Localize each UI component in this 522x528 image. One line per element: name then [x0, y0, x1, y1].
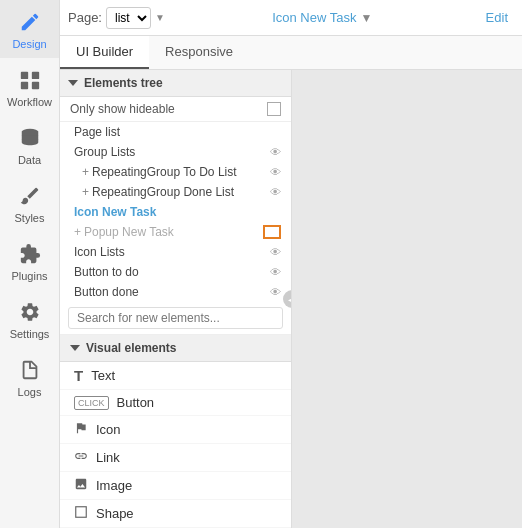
icon-type-icon — [74, 421, 88, 438]
eye-icon-repeating-todo: 👁 — [270, 166, 281, 178]
visual-item-link[interactable]: Link — [60, 444, 291, 472]
tree-item-label: Popup New Task — [84, 225, 174, 239]
show-hideable-checkbox[interactable] — [267, 102, 281, 116]
eye-icon-group-lists: 👁 — [270, 146, 281, 158]
sidebar-label-plugins: Plugins — [11, 270, 47, 282]
sidebar-item-plugins[interactable]: Plugins — [0, 232, 59, 290]
main-content-row: Elements tree Only show hideable Page li… — [60, 70, 522, 528]
visual-item-button-label: Button — [117, 395, 155, 410]
tree-item-label: RepeatingGroup To Do List — [92, 165, 237, 179]
tree-item-label: Button done — [74, 285, 139, 299]
elements-tree-toggle[interactable] — [68, 80, 78, 86]
tree-item-page-list[interactable]: Page list — [60, 122, 291, 142]
visual-item-icon-label: Icon — [96, 422, 121, 437]
visual-item-text[interactable]: T Text — [60, 362, 291, 390]
tree-item-label-area: + RepeatingGroup Done List — [82, 185, 234, 199]
page-dropdown[interactable]: list — [106, 7, 151, 29]
sidebar-label-logs: Logs — [18, 386, 42, 398]
elements-tree-label: Elements tree — [84, 76, 163, 90]
tree-item-button-todo[interactable]: Button to do 👁 — [60, 262, 291, 282]
design-icon — [16, 8, 44, 36]
link-type-icon — [74, 449, 88, 466]
tree-item-label: Icon New Task — [74, 205, 156, 219]
logs-icon — [16, 356, 44, 384]
sidebar-label-styles: Styles — [15, 212, 45, 224]
show-hideable-row: Only show hideable — [60, 97, 291, 122]
tab-responsive[interactable]: Responsive — [149, 36, 249, 69]
tree-item-icon-lists[interactable]: Icon Lists 👁 — [60, 242, 291, 262]
sidebar-item-settings[interactable]: Settings — [0, 290, 59, 348]
eye-icon-icon-lists: 👁 — [270, 246, 281, 258]
breadcrumb-text: Icon New Task — [272, 10, 356, 25]
tree-item-label: RepeatingGroup Done List — [92, 185, 234, 199]
tree-item-group-lists[interactable]: Group Lists 👁 — [60, 142, 291, 162]
text-type-icon: T — [74, 367, 83, 384]
visual-elements-header: Visual elements — [60, 335, 291, 362]
elements-panel: Elements tree Only show hideable Page li… — [60, 70, 292, 528]
eye-icon-button-todo: 👁 — [270, 266, 281, 278]
plus-icon: + — [82, 165, 89, 179]
button-type-icon: CLICK — [74, 396, 109, 410]
tree-item-label: Button to do — [74, 265, 139, 279]
tab-ui-builder[interactable]: UI Builder — [60, 36, 149, 69]
breadcrumb-area: Icon New Task ▼ — [165, 10, 480, 25]
svg-rect-2 — [20, 82, 27, 89]
sidebar-label-settings: Settings — [10, 328, 50, 340]
left-sidebar: Design Workflow Data Styles Plugins Sett… — [0, 0, 60, 528]
top-bar-right: Edit — [480, 8, 514, 27]
page-selector: Page: list ▼ — [68, 7, 165, 29]
orange-highlight-box — [263, 225, 281, 239]
panel-tabs: UI Builder Responsive — [60, 36, 522, 70]
sidebar-label-workflow: Workflow — [7, 96, 52, 108]
plus-icon: + — [74, 225, 81, 239]
top-bar: Page: list ▼ Icon New Task ▼ Edit — [60, 0, 522, 36]
edit-button[interactable]: Edit — [480, 8, 514, 27]
tree-item-label: Icon Lists — [74, 245, 125, 259]
canvas-area — [292, 70, 523, 528]
visual-item-link-label: Link — [96, 450, 120, 465]
styles-icon — [16, 182, 44, 210]
sidebar-item-logs[interactable]: Logs — [0, 348, 59, 406]
visual-item-icon[interactable]: Icon — [60, 416, 291, 444]
dropdown-arrow: ▼ — [155, 12, 165, 23]
sidebar-item-workflow[interactable]: Workflow — [0, 58, 59, 116]
tree-item-popup-new-task[interactable]: + Popup New Task — [60, 222, 291, 242]
workflow-icon — [16, 66, 44, 94]
page-label: Page: — [68, 10, 102, 25]
tree-item-repeating-todo[interactable]: + RepeatingGroup To Do List 👁 — [60, 162, 291, 182]
tree-item-label-area: + Popup New Task — [74, 225, 174, 239]
visual-item-image-label: Image — [96, 478, 132, 493]
visual-item-text-label: Text — [91, 368, 115, 383]
sidebar-label-data: Data — [18, 154, 41, 166]
svg-rect-3 — [31, 82, 38, 89]
tree-item-label-area: + RepeatingGroup To Do List — [82, 165, 237, 179]
shape-type-icon — [74, 505, 88, 522]
show-hideable-label: Only show hideable — [70, 102, 175, 116]
search-input[interactable] — [68, 307, 283, 329]
settings-icon — [16, 298, 44, 326]
visual-elements-toggle[interactable] — [70, 345, 80, 351]
tree-item-button-done[interactable]: Button done 👁 — [60, 282, 291, 302]
sidebar-item-data[interactable]: Data — [0, 116, 59, 174]
main-area: UI Builder Responsive Elements tree Only… — [60, 36, 522, 528]
breadcrumb-dropdown-arrow: ▼ — [360, 11, 372, 25]
sidebar-label-design: Design — [12, 38, 46, 50]
visual-elements-label: Visual elements — [86, 341, 177, 355]
tree-item-repeating-done[interactable]: + RepeatingGroup Done List 👁 — [60, 182, 291, 202]
image-type-icon — [74, 477, 88, 494]
visual-item-image[interactable]: Image — [60, 472, 291, 500]
visual-item-button[interactable]: CLICK Button — [60, 390, 291, 416]
eye-icon-button-done: 👁 — [270, 286, 281, 298]
sidebar-item-styles[interactable]: Styles — [0, 174, 59, 232]
sidebar-item-design[interactable]: Design — [0, 0, 59, 58]
tree-item-icon-new-task[interactable]: Icon New Task — [60, 202, 291, 222]
visual-item-shape[interactable]: Shape — [60, 500, 291, 528]
eye-icon-repeating-done: 👁 — [270, 186, 281, 198]
tree-item-label: Group Lists — [74, 145, 135, 159]
svg-rect-5 — [76, 507, 87, 518]
visual-item-shape-label: Shape — [96, 506, 134, 521]
svg-rect-0 — [20, 72, 27, 79]
elements-tree-header: Elements tree — [60, 70, 291, 97]
plus-icon: + — [82, 185, 89, 199]
svg-rect-1 — [31, 72, 38, 79]
